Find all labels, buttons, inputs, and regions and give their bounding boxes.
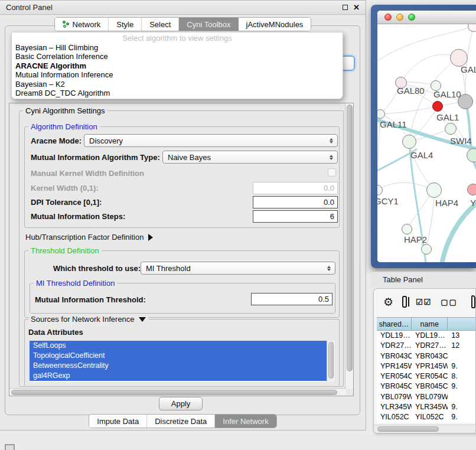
settings-vertical-scrollbar[interactable] [345, 103, 353, 389]
aracne-mode-value: Discovery [89, 136, 123, 145]
settings-gear-icon[interactable]: ⚙ [383, 295, 393, 309]
table-row[interactable]: YPR145WYPR145W9. [377, 361, 476, 371]
column-view-icon[interactable] [402, 296, 407, 308]
attribute-item[interactable]: TopologicalCoefficient [30, 351, 334, 361]
threshold-definition-group: Threshold Definition Which threshold to … [24, 250, 340, 318]
table-row[interactable]: YDR27…YDR27…12 [377, 341, 476, 351]
table-toolbar: ⚙ ☑☑ ▢▢ [374, 289, 475, 315]
tab-jactivemnodules[interactable]: jActiveMNodules [239, 18, 311, 31]
dropdown-item-aracne[interactable]: ARACNE Algorithm [12, 61, 343, 70]
zoom-traffic-light[interactable] [408, 14, 415, 21]
attribute-item[interactable]: gal4RGexp [30, 371, 334, 381]
tab-discretize-data[interactable]: Discretize Data [147, 415, 215, 428]
deselect-all-checkboxes-icon[interactable]: ▢▢ [441, 298, 458, 306]
attribute-list-scrollbar[interactable] [327, 341, 334, 382]
data-attributes-label: Data Attributes [28, 328, 83, 337]
sources-title: Sources for Network Inference [31, 315, 135, 324]
dpi-tolerance-field[interactable]: 0.0 [253, 196, 338, 208]
tab-infer-network[interactable]: Infer Network [215, 415, 276, 428]
tab-label: Discretize Data [155, 417, 207, 426]
dropdown-item[interactable]: Bayesian – K2 [12, 80, 343, 89]
algorithm-definition-group: Algorithm Definition Aracne Mode: Discov… [24, 126, 340, 228]
spinner-arrows-icon [330, 138, 333, 144]
network-view-window: GAL GAL80 GAL10 GAL1 GAL11 SWI4 GAL4 GCY… [371, 5, 476, 268]
table-panel: ⚙ ☑☑ ▢▢ shared… name YDL19…YDL19…13 YDR2… [373, 288, 476, 433]
manual-kernel-width-label: Manual Kernel Width Definition [31, 169, 144, 178]
hub-definition-expander[interactable]: Hub/Transcription Factor Definition [25, 233, 153, 242]
mi-steps-label: Mutual Information Steps: [31, 212, 125, 221]
dropdown-item[interactable]: Dream8 DC_TDC Algorithm [12, 89, 343, 97]
group-title: Algorithm Definition [28, 122, 100, 131]
which-threshold-value: MI Threshold [146, 264, 191, 273]
network-window-titlebar [377, 11, 476, 24]
column-header-name[interactable]: name [412, 318, 448, 330]
sources-expander[interactable]: Sources for Network Inference [28, 315, 148, 324]
which-threshold-label: Which threshold to use: [53, 264, 141, 273]
manual-kernel-width-checkbox[interactable] [328, 168, 336, 177]
table-row[interactable]: YLR345WYLR345W9. [377, 402, 476, 412]
minimize-traffic-light[interactable] [396, 14, 403, 21]
table-row[interactable]: YER054CYER054C8. [377, 371, 476, 381]
network-node[interactable] [467, 184, 476, 195]
spinner-arrows-icon [327, 266, 331, 271]
table-row[interactable]: YBL079WYBL079W [377, 392, 476, 402]
tab-label: jActiveMNodules [246, 20, 304, 29]
mi-algorithm-type-combobox[interactable]: Naive Bayes [162, 151, 338, 164]
table-row[interactable]: YBR045CYBR045C9. [377, 381, 476, 392]
table-row[interactable]: YIL052CYIL052C9. [377, 412, 476, 422]
dropdown-item[interactable]: Bayesian – Hill Climbing [12, 43, 343, 52]
column-header-shared-name[interactable]: shared… [377, 318, 412, 330]
float-window-icon[interactable] [343, 5, 348, 10]
file-icon[interactable] [471, 295, 475, 308]
group-title: Cyni Algorithm Settings [23, 106, 107, 115]
table-row[interactable]: YDL19…YDL19…13 [377, 331, 476, 341]
network-node[interactable] [421, 244, 432, 255]
network-node-hap4[interactable] [426, 182, 442, 198]
apply-button[interactable]: Apply [159, 397, 203, 410]
mi-steps-field[interactable]: 6 [253, 210, 338, 223]
node-attribute-table: shared… name YDL19…YDL19…13 YDR27…YDR27…… [377, 317, 476, 423]
control-panel-window: Control Panel ✕ Network Style Select Cyn… [0, 0, 366, 431]
tab-impute-data[interactable]: Impute Data [89, 415, 147, 428]
close-traffic-light[interactable] [384, 14, 392, 21]
node-label: GAL1 [436, 112, 459, 122]
dropdown-placeholder: Select algorithm to view settings [12, 34, 343, 43]
column-header[interactable] [448, 318, 476, 330]
table-row[interactable]: YBR043CYBR043C [377, 351, 476, 361]
mi-threshold-label: Mutual Information Threshold: [35, 295, 146, 304]
attribute-item[interactable]: SelfLoops [30, 341, 334, 351]
select-all-checkboxes-icon[interactable]: ☑☑ [416, 298, 432, 306]
tab-style[interactable]: Style [109, 18, 142, 31]
node-label: GAL4 [410, 150, 433, 160]
network-node-selected-red[interactable] [432, 101, 443, 112]
node-label: GAL80 [397, 86, 425, 96]
tab-cyni-toolbox[interactable]: Cyni Toolbox [179, 18, 238, 31]
close-icon[interactable]: ✕ [353, 4, 360, 11]
node-label: HAP4 [435, 198, 458, 208]
settings-horizontal-scrollbar[interactable] [9, 388, 346, 396]
dropdown-item[interactable]: Mutual Information Inference [12, 70, 343, 79]
group-title: Threshold Definition [28, 246, 102, 255]
network-node-swi4[interactable] [445, 123, 457, 135]
node-label: Y [470, 198, 476, 208]
control-panel-title: Control Panel [6, 3, 53, 12]
network-node-gal4[interactable] [402, 135, 416, 149]
table-header-row: shared… name [377, 317, 476, 331]
cyni-algorithm-settings-group: Cyni Algorithm Settings Algorithm Defini… [19, 110, 344, 387]
network-canvas[interactable]: GAL GAL80 GAL10 GAL1 GAL11 SWI4 GAL4 GCY… [377, 24, 476, 262]
tab-label: Cyni Toolbox [187, 20, 230, 29]
algorithm-dropdown-popup: Select algorithm to view settings Bayesi… [11, 32, 343, 99]
table-panel-title: Table Panel [383, 275, 423, 284]
dropdown-item[interactable]: Basic Correlation Inference [12, 52, 343, 61]
table-panel-titlebar: Table Panel [371, 272, 476, 287]
tab-select[interactable]: Select [142, 18, 179, 31]
table-horizontal-scrollbar[interactable] [374, 425, 476, 433]
which-threshold-combobox[interactable]: MI Threshold [141, 262, 335, 275]
network-node-hap2[interactable] [402, 224, 412, 234]
aracne-mode-combobox[interactable]: Discovery [84, 134, 338, 147]
mi-threshold-field[interactable]: 0.5 [251, 293, 332, 305]
minimized-panel-icon[interactable] [5, 444, 15, 450]
tab-network[interactable]: Network [55, 18, 109, 31]
spinner-arrows-icon [330, 155, 333, 160]
attribute-item[interactable]: BetweennessCentrality [30, 361, 334, 371]
